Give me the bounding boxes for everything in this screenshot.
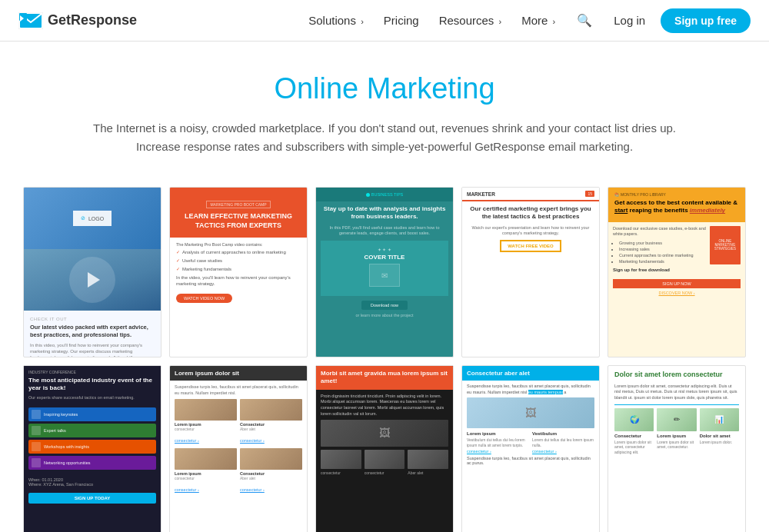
card-6-item-4: Networking opportunities [28, 456, 156, 470]
card-10-body: Dolor sit amet lorem consectetur Lorem i… [608, 366, 745, 459]
card-9-highlight: eu mauris tempusi [528, 390, 563, 394]
card-7-header: Lorem ipsum dolor sit [170, 366, 307, 381]
card-10-col-2: ✏ Lorem ipsum Lorem ipsum dolor sit amet… [657, 408, 696, 455]
card-3-title: Stay up to date with analysis and insigh… [316, 201, 453, 225]
card-3-badge: BUSINESS TIPS [321, 192, 448, 197]
nav-item-pricing[interactable]: Pricing [376, 14, 427, 28]
card-conference[interactable]: INDUSTRY CONFERENCE The most anticipated… [23, 365, 161, 532]
card-10-text: Lorem ipsum dolor sit amet, consectetur … [614, 384, 739, 401]
card-9-image: 🖼 [467, 397, 594, 428]
card-access-content[interactable]: 📚 MONTHLY PRO LIBRARY Get access to the … [608, 187, 746, 357]
card-9-link-2[interactable]: consectetur › [532, 449, 594, 454]
card-6-header: INDUSTRY CONFERENCE The most anticipated… [24, 366, 161, 404]
card-1-body: CHECK IT OUT Our latest video packed wit… [24, 311, 161, 357]
nav-link-solutions[interactable]: Solutions › [301, 9, 371, 32]
card-7-link-1[interactable]: consectetur › [175, 438, 199, 443]
card-marketer[interactable]: MARKETER 15 Our certified marketing expe… [461, 187, 600, 357]
nav-link-more[interactable]: More › [514, 9, 563, 32]
hero-title: Online Marketing [15, 72, 754, 105]
card-2-text: In the video, you'll learn how to reinve… [176, 275, 301, 288]
hero-section: Online Marketing The Internet is a noisy… [0, 42, 769, 171]
card-3-cover-title: COVER TITLE [327, 254, 442, 261]
card-dolor-sit[interactable]: Dolor sit amet lorem consectetur Lorem i… [608, 365, 746, 532]
search-icon[interactable]: 🔍 [571, 10, 598, 31]
card-2-line-1: ✓Analysis of current approaches to onlin… [176, 250, 301, 256]
card-7-person-4: Consectetur Aber alet consectetur › [240, 448, 302, 494]
card-3-btn[interactable]: Download now [361, 301, 408, 310]
card-inner-2: MARKETING PRO BOOT CAMP LEARN EFFECTIVE … [170, 188, 307, 357]
card-video-blog[interactable]: ⊘ LOGO CHECK IT OUT Our latest video pac… [23, 187, 161, 357]
card-9-col-1: Lorem ipsum Vestibulum dui tellus dui le… [467, 431, 529, 454]
nav-link-pricing[interactable]: Pricing [376, 9, 427, 32]
card-1-tag: CHECK IT OUT [30, 317, 155, 321]
card-7-link-4[interactable]: consectetur › [240, 487, 265, 492]
card-6-title: The most anticipated industry event of t… [28, 377, 156, 393]
card-6-items: Inspiring keynotes Expert talks Workshop… [24, 404, 161, 475]
card-8-text: Proin dignissim tincidunt tincidunt. Pro… [321, 394, 448, 417]
nav-item-more[interactable]: More › [514, 14, 563, 28]
card-morbi[interactable]: Morbi sit amet gravida mua lorem ipsum s… [315, 365, 454, 532]
card-2-body: The Marketing Pro Boot Camp video contai… [170, 238, 307, 308]
card-lorem-ipsum[interactable]: Lorem ipsum dolor sit Suspendisse turpis… [169, 365, 308, 532]
card-10-cols: 🌍 Consectetur Lorem ipsum dolor sit amet… [614, 408, 739, 455]
card-6-item-2: Expert talks [28, 424, 156, 437]
card-8-body: Proin dignissim tincidunt tincidunt. Pro… [316, 390, 453, 479]
nav-links: Solutions › Pricing Resources › More › [301, 14, 563, 28]
card-6-info: When: 01.01.2020 Where: XYZ Arena, San F… [24, 475, 161, 489]
card-9-body: Suspendisse turpis leo, faucibus sit ame… [462, 381, 599, 468]
card-10-col-1: 🌍 Consectetur Lorem ipsum dolor sit amet… [614, 408, 654, 455]
nav-item-resources[interactable]: Resources › [431, 14, 510, 28]
card-5-header: 📚 MONTHLY PRO LIBRARY Get access to the … [608, 188, 745, 222]
card-7-person-3: Lorem ipsum consectetur consectetur › [175, 448, 237, 494]
card-inner-5: 📚 MONTHLY PRO LIBRARY Get access to the … [608, 188, 745, 357]
card-2-line-2: ✓Useful case studies [176, 258, 301, 264]
card-inner-1: ⊘ LOGO CHECK IT OUT Our latest video pac… [24, 188, 161, 357]
card-5-link[interactable]: DISCOVER NOW › [613, 291, 741, 295]
card-9-text: Suspendisse turpis leo, faucibus sit ame… [467, 384, 594, 395]
card-7-title: Lorem ipsum dolor sit [175, 370, 302, 377]
card-5-btn[interactable]: SIGN UP NOW [613, 279, 741, 288]
card-4-btn[interactable]: WATCH FREE VIDEO [500, 240, 561, 252]
card-8-col-2: consectetur [365, 450, 405, 475]
card-1-text: In this video, you'll find how to reinve… [30, 342, 155, 357]
card-marketing-tactics[interactable]: MARKETING PRO BOOT CAMP LEARN EFFECTIVE … [169, 187, 308, 357]
navbar: GetResponse Solutions › Pricing Resource… [0, 0, 769, 42]
card-7-link-2[interactable]: consectetur › [240, 438, 265, 443]
card-6-item-3: Workshops with insights [28, 440, 156, 454]
card-5-body: ONLINEMARKETINGSTRATEGIES Download our e… [608, 222, 745, 299]
card-7-body: Suspendisse turpis leo, faucibus sit ame… [170, 381, 307, 501]
signup-button[interactable]: Sign up free [661, 8, 751, 33]
card-5-title: Get access to the best content available… [614, 199, 739, 215]
card-10-title: Dolor sit amet lorem consectetur [614, 371, 739, 380]
card-9-col-2: Vestibulum Lorem dui tellus dui leu lore… [532, 431, 594, 454]
card-9-link-1[interactable]: consectetur › [467, 449, 529, 454]
card-8-title: Morbi sit amet gravida mua lorem ipsum s… [321, 370, 448, 386]
card-consectetur[interactable]: Consectetur aber alet Suspendisse turpis… [461, 365, 600, 532]
nav-item-solutions[interactable]: Solutions › [301, 14, 371, 28]
logo[interactable]: GetResponse [18, 12, 137, 29]
card-3-link[interactable]: or learn more about the project [316, 313, 453, 318]
nav-link-resources[interactable]: Resources › [431, 9, 510, 32]
card-7-row-2: Lorem ipsum consectetur consectetur › Co… [175, 448, 302, 494]
card-2-header: MARKETING PRO BOOT CAMP LEARN EFFECTIVE … [170, 188, 307, 238]
card-inner-4: MARKETER 15 Our certified marketing expe… [462, 188, 599, 357]
card-7-person-2: Consectetur Aber alet consectetur › [240, 399, 302, 445]
card-6-btn[interactable]: SIGN UP TODAY [28, 493, 156, 504]
card-2-btn[interactable]: WATCH VIDEO NOW [176, 294, 232, 303]
card-7-link-3[interactable]: consectetur › [175, 487, 199, 492]
card-8-col-3: Aber alet [408, 450, 448, 475]
card-5-signup-label: Sign up for free download [613, 268, 741, 272]
card-business-tips[interactable]: BUSINESS TIPS Stay up to date with analy… [315, 187, 454, 357]
login-link[interactable]: Log in [604, 9, 654, 32]
card-5-lib: 📚 MONTHLY PRO LIBRARY [614, 192, 739, 197]
card-10-divider [614, 404, 739, 405]
card-1-header: ⊘ LOGO [24, 188, 161, 249]
logo-icon [18, 12, 43, 29]
card-3-cover: ✦ ✦ ✦ COVER TITLE ✉ [321, 241, 448, 296]
card-inner-3: BUSINESS TIPS Stay up to date with analy… [316, 188, 453, 357]
nav-actions: 🔍 Log in Sign up free [571, 8, 751, 33]
card-9-cols: Lorem ipsum Vestibulum dui tellus dui le… [467, 431, 594, 454]
card-3-header: BUSINESS TIPS [316, 188, 453, 201]
card-6-tag: INDUSTRY CONFERENCE [28, 370, 156, 374]
card-7-person-1: Lorem ipsum consectetur consectetur › [175, 399, 237, 445]
